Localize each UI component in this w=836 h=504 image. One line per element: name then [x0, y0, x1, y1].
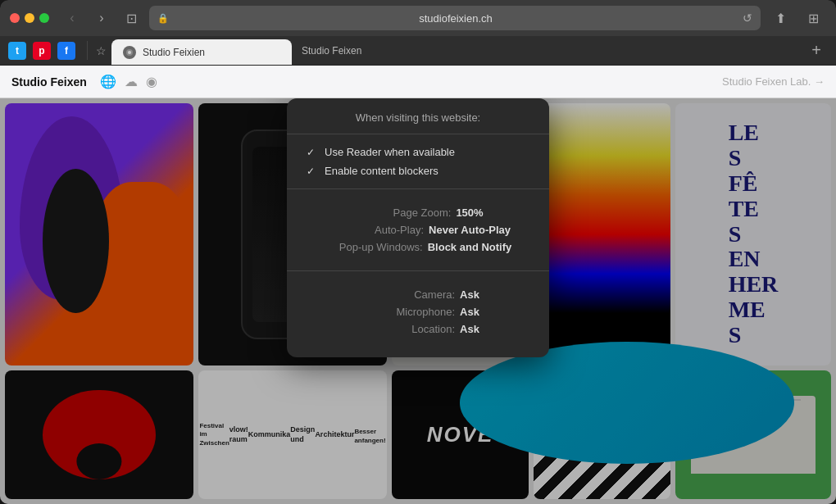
forward-button[interactable]: ›: [90, 7, 113, 30]
share-button[interactable]: ⬆: [767, 7, 793, 30]
back-button[interactable]: ‹: [61, 7, 84, 30]
location-label: Location:: [357, 323, 455, 335]
use-reader-label: Use Reader when available: [325, 146, 455, 158]
page-icons: 🌐 ☁ ◉: [100, 74, 157, 89]
globe-icon[interactable]: 🌐: [100, 74, 116, 89]
grid-cell-7: Festival im Zwischen vlow! raum Kommunik…: [198, 370, 387, 499]
grid-cell-5: LESFÊTESENHERMES: [675, 103, 831, 366]
content-blockers-label: Enable content blockers: [325, 165, 438, 177]
popup-settings: Page Zoom: 150% Auto-Play: Never Auto-Pl…: [307, 198, 529, 262]
popup-permissions: Camera: Ask Microphone: Ask Location: As…: [307, 279, 529, 341]
reader-checkmark: ✓: [307, 147, 318, 158]
tab-favicon-svg: [125, 48, 134, 57]
location-row[interactable]: Location: Ask: [307, 320, 529, 338]
camera-value: Ask: [460, 288, 479, 301]
inactive-tab-label: Studio Feixen: [302, 45, 361, 57]
url-text: studiofeixien.ch: [174, 12, 738, 25]
use-reader-row[interactable]: ✓ Use Reader when available: [307, 143, 529, 161]
popup-divider-1: [287, 134, 549, 134]
popup-divider-2: [287, 188, 549, 189]
auto-play-label: Auto-Play:: [325, 224, 424, 236]
tabs-bar: t p f ☆ Studio Feixien Studio Feixen +: [0, 36, 836, 66]
content-blockers-row[interactable]: ✓ Enable content blockers: [307, 161, 529, 180]
address-bar[interactable]: 🔒 studiofeixien.ch ↺: [149, 6, 761, 30]
title-bar: ‹ › ⊡ 🔒 studiofeixien.ch ↺ ⬆ ⊞: [0, 0, 836, 36]
fullscreen-button[interactable]: [39, 13, 49, 23]
tab-overview-button[interactable]: ⊞: [800, 7, 826, 30]
content-area: SPACE LESFÊTESENHERMES: [0, 98, 836, 504]
page-zoom-label: Page Zoom:: [352, 207, 451, 219]
toolbar-actions: ⬆ ⊞: [767, 7, 826, 30]
active-tab-label: Studio Feixien: [143, 47, 280, 58]
location-value: Ask: [460, 323, 479, 335]
favicon-facebook[interactable]: f: [57, 42, 75, 60]
favicon-pinterest[interactable]: p: [33, 42, 51, 60]
website-settings-popup[interactable]: When visiting this website: ✓ Use Reader…: [287, 98, 549, 357]
reload-button[interactable]: ↺: [743, 11, 752, 25]
inactive-tab[interactable]: Studio Feixen: [292, 36, 371, 65]
camera-label: Camera:: [357, 288, 455, 301]
browser-window: ‹ › ⊡ 🔒 studiofeixien.ch ↺ ⬆ ⊞ t p f ☆: [0, 0, 836, 504]
tab-divider: [87, 41, 88, 60]
active-tab-favicon: [123, 46, 136, 59]
new-tab-button[interactable]: +: [803, 36, 829, 65]
popup-title: When visiting this website:: [307, 111, 529, 124]
popup-windows-value: Block and Notify: [428, 241, 512, 253]
swirl-icon[interactable]: ◉: [146, 74, 157, 89]
microphone-row[interactable]: Microphone: Ask: [307, 303, 529, 320]
sidebar-button[interactable]: ⊡: [120, 7, 143, 30]
microphone-value: Ask: [460, 306, 479, 318]
page-toolbar: Studio Feixen 🌐 ☁ ◉ Studio Feixen Lab. →: [0, 66, 836, 98]
favicon-twitter[interactable]: t: [8, 42, 26, 60]
active-tab[interactable]: Studio Feixien: [111, 39, 292, 65]
auto-play-row[interactable]: Auto-Play: Never Auto-Play: [307, 221, 529, 238]
bookmark-icon: ☆: [91, 36, 111, 65]
cloud-icon[interactable]: ☁: [125, 74, 138, 89]
minimize-button[interactable]: [25, 13, 34, 23]
page-title: Studio Feixen: [11, 75, 87, 89]
page-subtitle[interactable]: Studio Feixen Lab. →: [722, 75, 825, 88]
close-button[interactable]: [10, 13, 20, 23]
lock-icon: 🔒: [157, 13, 169, 24]
microphone-label: Microphone:: [357, 306, 455, 318]
popup-windows-row[interactable]: Pop-up Windows: Block and Notify: [307, 238, 529, 256]
traffic-lights: [10, 13, 49, 23]
popup-windows-label: Pop-up Windows:: [325, 241, 423, 253]
grid-cell-4: [534, 103, 670, 366]
popup-divider-3: [287, 270, 549, 271]
auto-play-value: Never Auto-Play: [429, 224, 511, 236]
grid-cell-6: [5, 370, 193, 499]
page-zoom-value: 150%: [456, 207, 483, 219]
page-zoom-row[interactable]: Page Zoom: 150%: [307, 204, 529, 221]
content-blockers-checkmark: ✓: [307, 166, 318, 177]
tab-favicons: t p f: [0, 36, 84, 65]
le-fetes-text: LESFÊTESENHERMES: [720, 112, 787, 356]
grid-cell-1: [5, 103, 193, 366]
camera-row[interactable]: Camera: Ask: [307, 286, 529, 303]
svg-point-1: [128, 51, 131, 54]
